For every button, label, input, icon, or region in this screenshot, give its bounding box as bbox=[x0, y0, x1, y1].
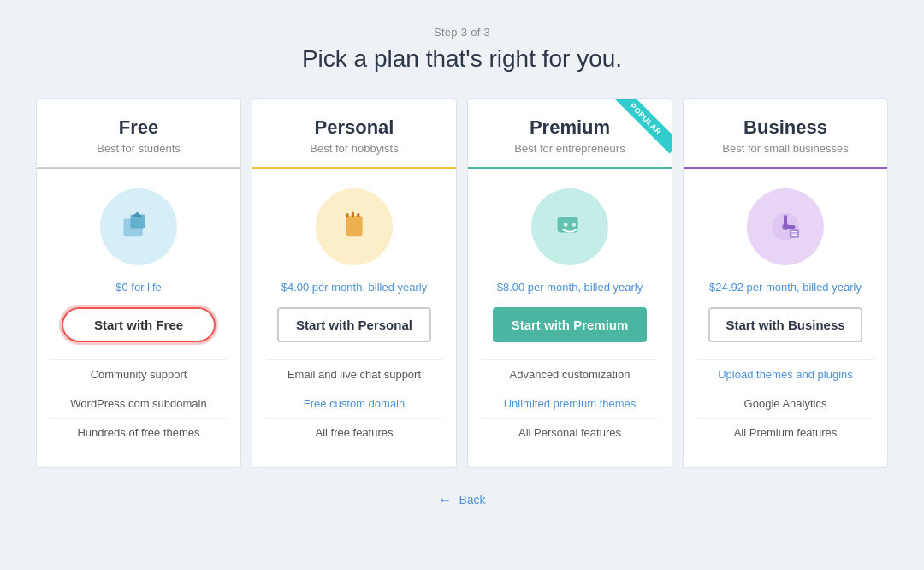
plan-header-business: Business Best for small businesses bbox=[684, 99, 887, 169]
plan-tagline-personal: Best for hobbyists bbox=[266, 142, 442, 155]
back-nav[interactable]: ← Back bbox=[438, 492, 485, 508]
plan-price-business: $24.92 per month, billed yearly bbox=[701, 281, 870, 294]
plan-features-free: Community support WordPress.com subdomai… bbox=[37, 359, 240, 447]
back-arrow-icon: ← bbox=[438, 492, 452, 508]
plan-name-free: Free bbox=[50, 116, 227, 139]
plan-card-premium: Premium Best for entrepreneurs $8.00 per… bbox=[467, 98, 672, 468]
plan-icon-personal bbox=[316, 188, 393, 265]
plan-name-personal: Personal bbox=[266, 116, 442, 139]
plan-icon-premium bbox=[531, 188, 608, 265]
feature-business-1: Google Analytics bbox=[697, 389, 874, 418]
plan-features-premium: Advanced customization Unlimited premium… bbox=[468, 359, 672, 447]
svg-rect-6 bbox=[346, 213, 348, 217]
svg-point-9 bbox=[572, 223, 576, 227]
plan-icon-business bbox=[747, 188, 824, 265]
plan-card-business: Business Best for small businesses $24.9… bbox=[683, 98, 888, 468]
plan-icon-free bbox=[100, 188, 177, 265]
feature-free-1: WordPress.com subdomain bbox=[50, 389, 227, 418]
svg-rect-3 bbox=[346, 216, 362, 236]
plan-price-personal: $4.00 per month, billed yearly bbox=[273, 281, 436, 294]
plan-features-personal: Email and live chat support Free custom … bbox=[252, 359, 456, 447]
svg-rect-5 bbox=[357, 213, 359, 217]
feature-premium-1: Unlimited premium themes bbox=[482, 389, 658, 418]
back-label[interactable]: Back bbox=[459, 493, 485, 507]
plan-header-personal: Personal Best for hobbyists bbox=[252, 99, 456, 169]
plan-card-free: Free Best for students $0 for life Start… bbox=[36, 98, 241, 468]
svg-point-8 bbox=[564, 223, 568, 227]
plan-header-free: Free Best for students bbox=[37, 99, 240, 169]
plan-tagline-business: Best for small businesses bbox=[697, 142, 874, 155]
feature-premium-0: Advanced customization bbox=[482, 359, 658, 389]
plans-container: Free Best for students $0 for life Start… bbox=[26, 98, 898, 468]
feature-personal-0: Email and live chat support bbox=[266, 359, 442, 389]
feature-business-2: All Premium features bbox=[697, 418, 874, 447]
svg-point-11 bbox=[782, 223, 789, 230]
plan-name-business: Business bbox=[697, 116, 874, 139]
svg-rect-4 bbox=[352, 211, 354, 217]
feature-free-2: Hundreds of free themes bbox=[50, 418, 227, 447]
start-personal-button[interactable]: Start with Personal bbox=[277, 307, 431, 342]
start-business-button[interactable]: Start with Business bbox=[708, 307, 862, 342]
start-free-button[interactable]: Start with Free bbox=[62, 307, 216, 342]
plan-features-business: Upload themes and plugins Google Analyti… bbox=[684, 359, 887, 447]
feature-business-0: Upload themes and plugins bbox=[697, 359, 874, 389]
plan-tagline-free: Best for students bbox=[50, 142, 227, 155]
feature-free-0: Community support bbox=[50, 359, 227, 389]
feature-premium-2: All Personal features bbox=[482, 418, 658, 447]
page-title: Pick a plan that's right for you. bbox=[302, 45, 622, 73]
feature-personal-1: Free custom domain bbox=[266, 389, 442, 418]
step-label: Step 3 of 3 bbox=[434, 26, 490, 39]
plan-price-premium: $8.00 per month, billed yearly bbox=[489, 281, 652, 294]
feature-personal-2: All free features bbox=[266, 418, 442, 447]
plan-price-free: $0 for life bbox=[107, 281, 169, 294]
popular-badge bbox=[612, 99, 672, 159]
start-premium-button[interactable]: Start with Premium bbox=[493, 307, 647, 342]
plan-card-personal: Personal Best for hobbyists $4.00 per mo… bbox=[252, 98, 457, 468]
